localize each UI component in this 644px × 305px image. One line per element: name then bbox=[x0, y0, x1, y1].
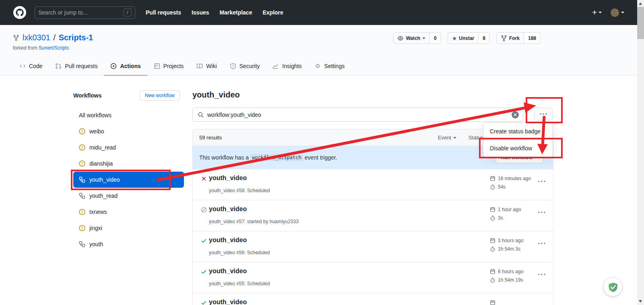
failed-x-icon bbox=[201, 176, 207, 182]
clear-search-button[interactable] bbox=[512, 111, 519, 118]
run-title-link[interactable]: youth_video bbox=[209, 174, 247, 182]
nav-link-explore[interactable]: Explore bbox=[262, 9, 283, 16]
calendar-icon bbox=[490, 238, 495, 243]
workflows-sidebar: Workflows New workflow All workflows wei… bbox=[73, 90, 184, 252]
tab-security[interactable]: Security bbox=[223, 58, 266, 76]
chevron-down-icon bbox=[599, 12, 602, 13]
fork-count[interactable]: 188 bbox=[524, 32, 541, 44]
page-title: youth_video bbox=[192, 90, 553, 100]
sidebar-item-youth-video[interactable]: youth_video bbox=[73, 172, 184, 188]
run-options-button[interactable] bbox=[538, 243, 545, 244]
run-duration: 1h 54m 3s bbox=[498, 246, 520, 252]
tab-projects[interactable]: Projects bbox=[147, 58, 190, 76]
green-shield-check-icon bbox=[608, 282, 618, 293]
sidebar-item-dianshijia[interactable]: dianshijia bbox=[73, 156, 184, 172]
run-row: youth_video youth_video #55: Scheduled 6… bbox=[193, 262, 553, 293]
global-search-input[interactable] bbox=[38, 9, 124, 16]
run-title-link[interactable]: youth_video bbox=[209, 268, 247, 275]
workflow-run-search-input[interactable] bbox=[207, 112, 512, 118]
tab-wiki[interactable]: Wiki bbox=[190, 58, 223, 76]
code-chip: workflow_dispatch bbox=[250, 154, 303, 161]
alert-octagon-icon bbox=[79, 209, 85, 215]
run-time: 1 hour ago bbox=[498, 207, 521, 212]
skipped-icon bbox=[201, 207, 207, 213]
kebab-icon bbox=[538, 274, 545, 275]
run-options-button[interactable] bbox=[538, 212, 545, 213]
workflows-heading: Workflows bbox=[73, 92, 102, 99]
watch-count[interactable]: 0 bbox=[430, 32, 441, 44]
watch-button[interactable]: Watch bbox=[393, 32, 430, 44]
sidebar-item-youth-read[interactable]: youth_read bbox=[73, 188, 184, 204]
run-time: 6 hours ago bbox=[498, 269, 523, 274]
forked-from: forked from Sunert/Scripts bbox=[13, 45, 69, 51]
github-logo-icon[interactable] bbox=[13, 6, 27, 19]
sidebar-item-youth[interactable]: youth bbox=[73, 236, 184, 252]
sidebar-item-all-workflows[interactable]: All workflows bbox=[73, 107, 184, 123]
sidebar-item-weibo[interactable]: weibo bbox=[73, 123, 184, 139]
success-check-icon bbox=[201, 300, 207, 305]
tab-pull-requests[interactable]: Pull requests bbox=[49, 58, 104, 76]
scroll-down-arrow[interactable] bbox=[639, 300, 642, 303]
run-time: 3 hours ago bbox=[498, 238, 523, 243]
forked-repo-link[interactable]: Sunert/Scripts bbox=[39, 45, 69, 51]
run-row: youth_video youth_video #57: started by … bbox=[193, 200, 553, 231]
run-row: youth_video youth_video #56: Scheduled 3… bbox=[193, 231, 553, 262]
kebab-icon bbox=[538, 243, 545, 244]
run-time: 16 minutes ago bbox=[498, 176, 531, 181]
stopwatch-icon bbox=[490, 246, 495, 252]
adguard-extension-badge[interactable] bbox=[604, 278, 622, 296]
run-options-button[interactable] bbox=[538, 274, 545, 275]
page-scrollbar[interactable] bbox=[637, 0, 644, 305]
nav-link-pull-requests[interactable]: Pull requests bbox=[146, 9, 181, 16]
nav-link-issues[interactable]: Issues bbox=[192, 9, 209, 16]
sidebar-item-jingxi[interactable]: jingxi bbox=[73, 220, 184, 236]
sidebar-item-txnews[interactable]: txnews bbox=[73, 204, 184, 220]
run-title-link[interactable]: youth_video bbox=[209, 205, 247, 213]
run-title-link[interactable]: youth_video bbox=[209, 299, 247, 305]
unstar-button[interactable]: ★ Unstar bbox=[448, 32, 479, 44]
repo-owner-link[interactable]: lxk0301 bbox=[23, 33, 50, 42]
event-filter-dropdown[interactable]: Event bbox=[438, 135, 456, 141]
success-check-icon bbox=[201, 269, 207, 275]
chevron-down-icon bbox=[422, 37, 425, 39]
workflow-run-search[interactable] bbox=[192, 108, 523, 122]
global-search[interactable]: / bbox=[35, 6, 135, 19]
alert-octagon-icon bbox=[79, 144, 85, 151]
repo-header: lxk0301 / Scripts-1 forked from Sunert/S… bbox=[0, 25, 637, 75]
run-description: youth_video #57: started by huamiyu2333 bbox=[209, 219, 299, 224]
calendar-icon bbox=[490, 269, 495, 274]
menu-item-create-status-badge[interactable]: Create status badge bbox=[483, 123, 553, 140]
workflow-options-menu: Create status badge Disable workflow bbox=[483, 122, 553, 157]
success-check-icon bbox=[201, 238, 207, 244]
tab-actions[interactable]: Actions bbox=[104, 58, 147, 76]
book-icon bbox=[196, 63, 203, 69]
star-count[interactable]: 8 bbox=[479, 32, 490, 44]
play-circle-icon bbox=[110, 63, 117, 69]
user-menu[interactable] bbox=[611, 8, 624, 17]
alert-octagon-icon bbox=[79, 225, 85, 231]
nav-link-marketplace[interactable]: Marketplace bbox=[220, 9, 252, 16]
sidebar-item-midu-read[interactable]: midu_read bbox=[73, 139, 184, 156]
tab-code[interactable]: Code bbox=[13, 58, 49, 76]
scrollbar-thumb[interactable] bbox=[637, 7, 644, 39]
run-description: youth_video #56: Scheduled bbox=[209, 250, 270, 255]
workflow-options-button[interactable] bbox=[534, 108, 553, 120]
watch-button-group: Watch 0 bbox=[393, 32, 441, 44]
tab-settings[interactable]: ⚙ Settings bbox=[308, 58, 351, 76]
fork-button-group: Fork 188 bbox=[496, 32, 541, 44]
new-workflow-button[interactable]: New workflow bbox=[140, 90, 180, 101]
search-icon bbox=[198, 112, 204, 118]
fork-button[interactable]: Fork bbox=[496, 32, 524, 44]
workflow-icon bbox=[79, 193, 85, 199]
graph-icon bbox=[272, 63, 279, 69]
calendar-icon bbox=[490, 176, 495, 181]
tab-insights[interactable]: Insights bbox=[266, 58, 308, 76]
menu-item-disable-workflow[interactable]: Disable workflow bbox=[483, 140, 553, 157]
run-title-link[interactable]: youth_video bbox=[209, 237, 247, 244]
create-new-menu[interactable]: + bbox=[592, 8, 602, 17]
run-options-button[interactable] bbox=[538, 181, 545, 182]
code-icon bbox=[19, 63, 26, 69]
repo-name-link[interactable]: Scripts-1 bbox=[59, 33, 93, 42]
stopwatch-icon bbox=[490, 184, 495, 190]
scroll-up-arrow[interactable] bbox=[639, 2, 642, 5]
